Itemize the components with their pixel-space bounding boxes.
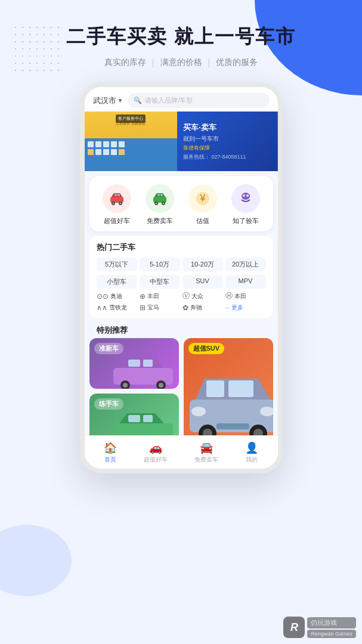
window bbox=[119, 149, 125, 155]
brand-more-label: 更多 bbox=[231, 304, 243, 312]
price-tag-4[interactable]: 20万以上 bbox=[225, 258, 266, 271]
nav-item-mianfei[interactable]: 免费卖车 bbox=[146, 184, 174, 225]
tab-my[interactable]: 👤 我的 bbox=[245, 441, 258, 464]
brand-honda[interactable]: Ⓗ 本田 bbox=[225, 291, 266, 301]
nav-label-guzhi: 估值 bbox=[196, 216, 209, 225]
svg-rect-41 bbox=[216, 423, 249, 429]
brand-bmw-label: 宝马 bbox=[147, 304, 159, 312]
location-arrow-icon: ▼ bbox=[117, 97, 123, 104]
tab-good-car[interactable]: 🚗 超值好车 bbox=[144, 441, 168, 464]
car-illustration-suv bbox=[184, 367, 273, 444]
svg-marker-22 bbox=[119, 358, 164, 368]
brand-bmw[interactable]: ⊞ 宝马 bbox=[140, 304, 180, 312]
watermark: R 仍玩游戏 Rengwan Games bbox=[283, 617, 356, 638]
price-tag-1[interactable]: 5万以下 bbox=[97, 258, 137, 271]
subtitle-part3: 优质的服务 bbox=[216, 57, 258, 68]
price-tag-2[interactable]: 5-10万 bbox=[140, 258, 180, 271]
banner-main-title: 买车·卖车 bbox=[183, 122, 271, 133]
divider1: | bbox=[152, 58, 154, 67]
citroen-logo: ∧∧ bbox=[97, 304, 107, 312]
type-tag-1[interactable]: 小型车 bbox=[97, 275, 137, 289]
windows-grid bbox=[88, 141, 125, 155]
svg-point-20 bbox=[246, 194, 249, 197]
nav-item-yancha[interactable]: 知了验车 bbox=[231, 184, 260, 225]
window bbox=[111, 141, 117, 147]
brand-audi-label: 奥迪 bbox=[110, 292, 122, 301]
my-icon: 👤 bbox=[245, 441, 258, 454]
location-button[interactable]: 武汉市 ▼ bbox=[93, 95, 123, 106]
building-bg: 客户服务中心 交易服务 金融保险 bbox=[85, 112, 178, 171]
sell-icon: 🚘 bbox=[200, 441, 213, 454]
svg-point-19 bbox=[243, 194, 245, 197]
price-grid: 5万以下 5-10万 10-20万 20万以上 小型车 中型车 SUV MPV bbox=[97, 258, 266, 289]
tab-home[interactable]: 🏠 首页 bbox=[104, 441, 117, 464]
svg-rect-7 bbox=[117, 194, 120, 196]
brand-vw[interactable]: Ⓥ 大众 bbox=[182, 291, 223, 301]
hot-cars-title: 热门二手车 bbox=[97, 242, 266, 253]
banner[interactable]: 客户服务中心 交易服务 金融保险 bbox=[85, 112, 278, 171]
brand-citroen[interactable]: ∧∧ 雪铁龙 bbox=[97, 304, 137, 312]
brand-toyota[interactable]: ⊕ 丰田 bbox=[140, 291, 180, 301]
hot-cars-section: 热门二手车 5万以下 5-10万 10-20万 20万以上 小型车 中型车 SU… bbox=[89, 236, 273, 318]
nav-label-mianfei: 免费卖车 bbox=[147, 216, 173, 225]
hotline-label: 服务热线： bbox=[183, 154, 210, 160]
tab-sell-label: 免费卖车 bbox=[194, 456, 218, 464]
banner-right: 买车·卖车 就到一号车市 靠谱有保障 服务热线： 027-84058111 bbox=[177, 112, 277, 171]
svg-rect-40 bbox=[228, 380, 253, 397]
svg-rect-32 bbox=[143, 415, 153, 422]
type-tag-4[interactable]: MPV bbox=[225, 275, 266, 289]
svg-point-4 bbox=[112, 203, 114, 205]
rec-card-suv[interactable]: 超值SUV bbox=[184, 338, 273, 444]
svg-rect-23 bbox=[128, 360, 140, 367]
rec-card-new[interactable]: 准新车 bbox=[89, 338, 179, 389]
price-tag-3[interactable]: 10-20万 bbox=[182, 258, 223, 271]
nav-icon-purple bbox=[231, 184, 260, 213]
phone-screen: 武汉市 ▼ 🔍 请输入品牌/车型 客户服务中心 交易服务 金融保险 bbox=[85, 87, 278, 469]
watermark-brand: 仍玩游戏 bbox=[307, 617, 356, 628]
more-dots: ··· bbox=[225, 305, 230, 311]
svg-rect-6 bbox=[115, 194, 117, 196]
phone-header: 武汉市 ▼ 🔍 请输入品牌/车型 bbox=[85, 87, 278, 112]
watermark-sub: Rengwan Games bbox=[307, 630, 356, 638]
window bbox=[88, 141, 94, 147]
brand-honda-label: 本田 bbox=[234, 292, 246, 301]
svg-rect-24 bbox=[143, 360, 153, 367]
hotline-number: 027-84058111 bbox=[212, 154, 246, 160]
tab-sell[interactable]: 🚘 免费卖车 bbox=[194, 441, 218, 464]
svg-point-12 bbox=[155, 203, 157, 205]
brand-audi[interactable]: ⊙⊙ 奥迪 bbox=[97, 291, 137, 301]
search-bar[interactable]: 🔍 请输入品牌/车型 bbox=[128, 93, 269, 108]
audi-logo: ⊙⊙ bbox=[97, 292, 109, 301]
brand-benz[interactable]: ✿ 奔驰 bbox=[182, 304, 223, 312]
svg-rect-0 bbox=[110, 197, 123, 203]
hero-subtitle: 真实的库存 | 满意的价格 | 优质的服务 bbox=[104, 57, 258, 68]
type-tag-2[interactable]: 中型车 bbox=[140, 275, 180, 289]
tab-good-car-label: 超值好车 bbox=[144, 456, 168, 464]
car-icon-red bbox=[109, 192, 125, 205]
banner-hotline: 服务热线： 027-84058111 bbox=[183, 153, 271, 161]
watermark-text-block: 仍玩游戏 Rengwan Games bbox=[307, 617, 356, 638]
svg-rect-14 bbox=[157, 194, 160, 196]
svg-point-13 bbox=[162, 203, 164, 205]
brand-more[interactable]: ··· 更多 bbox=[225, 304, 266, 312]
svg-rect-39 bbox=[206, 380, 224, 397]
type-tag-3[interactable]: SUV bbox=[182, 275, 223, 289]
nav-label-yancha: 知了验车 bbox=[233, 216, 259, 225]
value-icon: ¥ bbox=[194, 190, 211, 207]
car-icon-green bbox=[151, 192, 168, 205]
window bbox=[95, 141, 101, 147]
window bbox=[111, 149, 117, 155]
honda-logo: Ⓗ bbox=[225, 291, 233, 301]
nav-label-chaozhi: 超值好车 bbox=[104, 216, 130, 225]
nav-item-guzhi[interactable]: ¥ 估值 bbox=[188, 184, 217, 225]
nav-icon-yellow: ¥ bbox=[188, 184, 217, 213]
tab-home-label: 首页 bbox=[104, 456, 116, 464]
nav-item-chaozhi[interactable]: 超值好车 bbox=[103, 184, 131, 225]
window bbox=[119, 141, 125, 147]
divider2: | bbox=[208, 58, 211, 67]
building-body bbox=[85, 138, 178, 171]
bmw-logo: ⊞ bbox=[140, 304, 146, 312]
svg-point-28 bbox=[159, 383, 163, 388]
tab-my-label: 我的 bbox=[246, 456, 258, 464]
svg-marker-30 bbox=[119, 413, 164, 423]
